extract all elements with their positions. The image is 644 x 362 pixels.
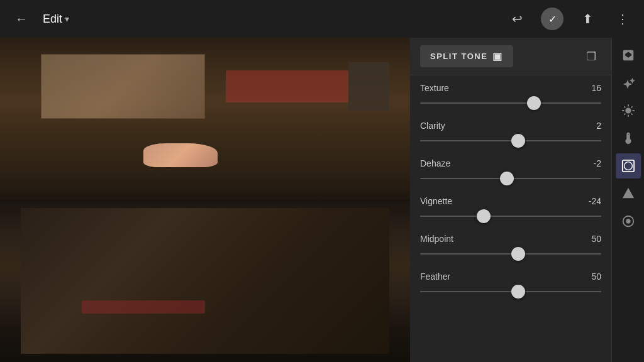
panel-right-icon-symbol: ❐ — [586, 50, 596, 63]
slider-value-texture: 16 — [582, 83, 601, 93]
slider-label-dehaze: Dehaze — [420, 158, 450, 168]
slider-value-feather: 50 — [582, 272, 601, 282]
slider-label-texture: Texture — [420, 83, 449, 93]
slider-row-dehaze: Dehaze -2 — [420, 158, 601, 185]
red-text-decoration — [82, 300, 205, 314]
top-bar-left: ← Edit ▾ — [10, 8, 496, 30]
slider-header-vignette: Vignette -24 — [420, 196, 601, 206]
edit-label-text: Edit — [43, 13, 62, 26]
slider-label-vignette: Vignette — [420, 196, 452, 206]
confirm-button[interactable]: ✓ — [541, 8, 564, 30]
main-content: SPLIT TONE ▣ ❐ Texture 16 Clarity 2 — [0, 38, 644, 362]
split-tone-button[interactable]: SPLIT TONE ▣ — [420, 45, 513, 67]
slider-header-midpoint: Midpoint 50 — [420, 234, 601, 244]
panel-right-icon[interactable]: ❐ — [581, 47, 601, 67]
slider-label-feather: Feather — [420, 272, 450, 282]
slider-track-clarity[interactable] — [420, 134, 601, 147]
slider-track-feather[interactable] — [420, 285, 601, 298]
svg-point-3 — [626, 219, 630, 223]
slider-track-vignette[interactable] — [420, 210, 601, 222]
slider-row-midpoint: Midpoint 50 — [420, 234, 601, 260]
slider-header-feather: Feather 50 — [420, 272, 601, 282]
slider-value-midpoint: 50 — [582, 234, 601, 244]
slider-row-feather: Feather 50 — [420, 272, 601, 298]
image-placeholder — [0, 38, 410, 362]
sign-decoration — [226, 70, 349, 103]
filter-icon[interactable] — [616, 181, 641, 206]
sliders-container: Texture 16 Clarity 2 Dehaze -2 V — [410, 75, 611, 362]
slider-row-clarity: Clarity 2 — [420, 121, 601, 147]
edit-dropdown[interactable]: Edit ▾ — [43, 13, 69, 26]
car-decoration — [143, 143, 217, 168]
slider-header-dehaze: Dehaze -2 — [420, 158, 601, 168]
share-icon: ⬆ — [582, 11, 593, 26]
check-icon: ✓ — [548, 13, 557, 25]
grain-icon[interactable] — [616, 209, 641, 234]
slider-value-clarity: 2 — [582, 121, 601, 131]
slider-value-vignette: -24 — [582, 196, 601, 206]
slider-label-midpoint: Midpoint — [420, 234, 453, 244]
top-bar-actions: ↩ ✓ ⬆ ⋮ — [506, 8, 634, 30]
side-icons — [611, 38, 644, 362]
map-decoration — [41, 54, 205, 119]
slider-header-texture: Texture 16 — [420, 83, 601, 93]
slider-header-clarity: Clarity 2 — [420, 121, 601, 131]
image-top — [0, 38, 410, 200]
image-area — [0, 38, 410, 362]
slider-label-clarity: Clarity — [420, 121, 445, 131]
slider-row-texture: Texture 16 — [420, 83, 601, 109]
split-tone-label: SPLIT TONE — [430, 52, 487, 61]
slider-track-texture[interactable] — [420, 97, 601, 109]
undo-button[interactable]: ↩ — [506, 8, 528, 30]
temp-icon[interactable] — [616, 126, 641, 151]
top-bar: ← Edit ▾ ↩ ✓ ⬆ ⋮ — [0, 0, 644, 38]
light-icon[interactable] — [616, 98, 641, 123]
enhance-icon[interactable] — [616, 70, 641, 96]
vignette-icon[interactable] — [616, 153, 641, 178]
svg-rect-1 — [624, 162, 632, 170]
split-tone-icon: ▣ — [492, 50, 503, 62]
slider-row-vignette: Vignette -24 — [420, 196, 601, 222]
edit-chevron: ▾ — [65, 14, 69, 24]
layers-icon[interactable] — [616, 43, 641, 68]
slider-track-midpoint[interactable] — [420, 248, 601, 260]
more-icon: ⋮ — [616, 11, 629, 26]
share-button[interactable]: ⬆ — [576, 8, 599, 30]
more-button[interactable]: ⋮ — [611, 8, 634, 30]
edit-panel: SPLIT TONE ▣ ❐ Texture 16 Clarity 2 — [410, 38, 611, 362]
back-icon: ← — [15, 12, 28, 26]
back-button[interactable]: ← — [10, 8, 33, 30]
image-bottom — [0, 200, 410, 362]
slider-value-dehaze: -2 — [582, 158, 601, 168]
clocks-decoration — [348, 62, 389, 111]
slider-track-dehaze[interactable] — [420, 172, 601, 185]
undo-icon: ↩ — [512, 11, 523, 26]
panel-header: SPLIT TONE ▣ ❐ — [410, 38, 611, 75]
posters-decoration — [21, 208, 390, 354]
